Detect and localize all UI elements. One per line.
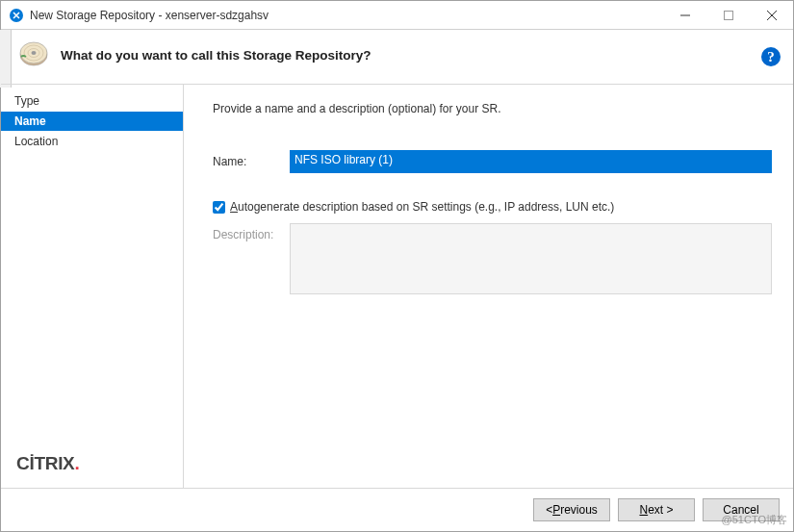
cancel-button[interactable]: Cancel [703, 498, 780, 521]
autogenerate-checkbox-row[interactable]: Autogenerate description based on SR set… [213, 200, 772, 214]
instruction-text: Provide a name and a description (option… [213, 102, 772, 115]
description-label: Description: [213, 223, 290, 241]
name-label: Name: [213, 150, 290, 168]
wizard-window: New Storage Repository - xenserver-sdzga… [0, 0, 794, 532]
autogenerate-label: Autogenerate description based on SR set… [230, 200, 614, 214]
help-icon[interactable]: ? [760, 46, 781, 67]
sidebar-item-name[interactable]: Name [1, 112, 183, 131]
description-row: Description: [213, 223, 772, 297]
name-input[interactable]: NFS ISO library (1) [290, 150, 772, 173]
svg-rect-2 [724, 11, 732, 19]
window-controls [663, 1, 793, 29]
storage-disk-icon [18, 39, 49, 70]
wizard-body: Type Name Location CİTRIX. Provide a nam… [1, 85, 793, 488]
maximize-button[interactable] [706, 1, 750, 29]
minimize-button[interactable] [663, 1, 706, 29]
svg-point-9 [32, 51, 37, 55]
window-title: New Storage Repository - xenserver-sdzga… [30, 9, 663, 22]
wizard-steps-sidebar: Type Name Location CİTRIX. [1, 85, 184, 488]
wizard-content: Provide a name and a description (option… [184, 85, 793, 488]
previous-button[interactable]: < Previous [533, 498, 610, 521]
wizard-footer: < Previous Next > Cancel [1, 488, 793, 531]
sidebar-item-type[interactable]: Type [1, 90, 183, 112]
description-textarea [290, 223, 772, 294]
titlebar: New Storage Repository - xenserver-sdzga… [1, 1, 793, 30]
name-row: Name: NFS ISO library (1) [213, 150, 772, 173]
next-button[interactable]: Next > [618, 498, 695, 521]
page-title: What do you want to call this Storage Re… [61, 48, 371, 63]
svg-text:?: ? [767, 49, 775, 64]
close-button[interactable] [750, 1, 793, 29]
autogenerate-checkbox[interactable] [213, 201, 225, 214]
app-icon [9, 8, 24, 23]
sidebar-item-location[interactable]: Location [1, 131, 183, 152]
wizard-header: What do you want to call this Storage Re… [1, 30, 793, 85]
citrix-logo: CİTRIX. [1, 443, 183, 488]
